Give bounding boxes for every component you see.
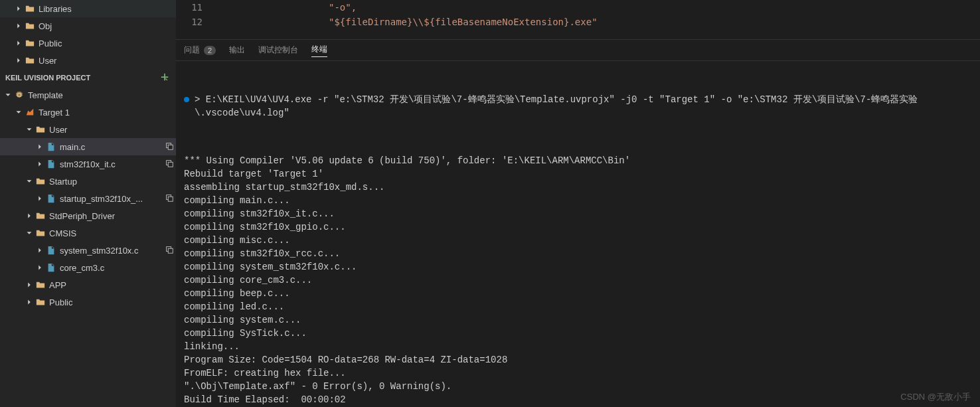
code-editor[interactable]: 11 12 "-o", "${fileDirname}\\${fileBasen…: [176, 0, 980, 40]
tree-item-label: APP: [49, 280, 66, 290]
tree-item-label: Template: [28, 90, 63, 100]
svg-rect-2: [168, 145, 173, 149]
file-icon: [45, 159, 57, 169]
tree-item-label: User: [49, 125, 67, 135]
add-icon[interactable]: [160, 72, 171, 83]
chevron-down-icon[interactable]: [24, 228, 35, 238]
tree-item-obj[interactable]: Obj: [0, 17, 176, 35]
target-icon: [24, 108, 36, 117]
chevron-down-icon[interactable]: [24, 177, 35, 186]
file-icon: [45, 194, 57, 203]
duplicate-icon[interactable]: [163, 245, 176, 256]
sidebar: LibrariesObjPublicUser KEIL UVISION PROJ…: [0, 0, 176, 407]
tree-item-label: startup_stm32f10x_...: [60, 194, 143, 204]
tree-item-label: CMSIS: [49, 228, 76, 238]
tree-item-startup-stm32f10x-[interactable]: startup_stm32f10x_...: [0, 190, 176, 207]
svg-rect-6: [168, 197, 173, 201]
chevron-right-icon[interactable]: [24, 211, 35, 220]
tree-item-app[interactable]: APP: [0, 276, 176, 293]
line-number: 11: [176, 0, 203, 15]
section-header-keil[interactable]: KEIL UVISION PROJECT: [0, 69, 176, 86]
problems-badge: 2: [204, 46, 216, 55]
panel-tabs: 问题 2 输出 调试控制台 终端: [176, 40, 980, 61]
folder-icon: [35, 177, 46, 186]
tree-item-stdperiph-driver[interactable]: StdPeriph_Driver: [0, 207, 176, 224]
folder-icon: [35, 125, 46, 134]
folder-icon: [24, 39, 36, 48]
chevron-right-icon[interactable]: [13, 4, 24, 13]
section-title: KEIL UVISION PROJECT: [5, 74, 90, 82]
tree-item-cmsis[interactable]: CMSIS: [0, 224, 176, 242]
line-gutter: 11 12: [176, 0, 216, 39]
folder-icon: [24, 4, 36, 13]
terminal[interactable]: > E:\KEIL\UV4\UV4.exe -r "e:\STM32 开发\项目…: [176, 61, 980, 407]
folder-icon: [35, 211, 46, 220]
tab-terminal[interactable]: 终端: [311, 44, 327, 57]
chevron-right-icon[interactable]: [35, 246, 45, 255]
tree-item-label: Libraries: [39, 4, 72, 14]
gear-icon: [13, 90, 25, 100]
tree-item-label: User: [39, 56, 56, 66]
code-string: "${fileDirname}\\${fileBasenameNoExtensi…: [329, 17, 598, 27]
chevron-right-icon[interactable]: [35, 142, 45, 151]
chevron-right-icon[interactable]: [24, 280, 35, 289]
tree-item-label: main.c: [60, 142, 85, 152]
svg-rect-8: [168, 248, 173, 253]
tab-output[interactable]: 输出: [229, 44, 245, 56]
tree-item-label: StdPeriph_Driver: [49, 211, 115, 221]
tree-item-label: system_stm32f10x.c: [60, 246, 139, 256]
project-tree: TemplateTarget 1Usermain.cstm32f10x_it.c…: [0, 86, 176, 311]
code-content: "-o", "${fileDirname}\\${fileBasenameNoE…: [216, 0, 598, 39]
folder-icon: [24, 56, 36, 65]
tree-item-core-cm3-c[interactable]: core_cm3.c: [0, 259, 176, 276]
tree-item-stm32f10x-it-c[interactable]: stm32f10x_it.c: [0, 155, 176, 173]
explorer-tree: LibrariesObjPublicUser: [0, 0, 176, 69]
tree-item-label: Public: [49, 297, 72, 307]
terminal-output: *** Using Compiler 'V5.06 update 6 (buil…: [184, 154, 972, 406]
folder-icon: [35, 228, 46, 238]
file-icon: [45, 263, 57, 272]
tree-item-template[interactable]: Template: [0, 86, 176, 104]
main-area: 11 12 "-o", "${fileDirname}\\${fileBasen…: [176, 0, 980, 407]
duplicate-icon[interactable]: [163, 159, 176, 170]
tree-item-target-1[interactable]: Target 1: [0, 104, 176, 121]
folder-icon: [35, 280, 46, 289]
tab-problems[interactable]: 问题 2: [184, 44, 216, 56]
tree-item-system-stm32f10x-c[interactable]: system_stm32f10x.c: [0, 242, 176, 259]
tree-item-public[interactable]: Public: [0, 35, 176, 52]
chevron-right-icon[interactable]: [35, 263, 45, 272]
file-icon: [45, 246, 57, 255]
line-number: 12: [176, 15, 203, 29]
watermark: CSDN @无敌小手: [900, 391, 971, 403]
tree-item-label: Obj: [39, 21, 52, 31]
chevron-right-icon[interactable]: [35, 194, 45, 203]
tree-item-libraries[interactable]: Libraries: [0, 0, 176, 17]
task-indicator-dot: [184, 97, 189, 102]
chevron-right-icon[interactable]: [24, 297, 35, 307]
duplicate-icon[interactable]: [163, 193, 176, 204]
chevron-right-icon[interactable]: [13, 39, 24, 48]
tree-item-label: stm32f10x_it.c: [60, 159, 116, 169]
file-icon: [45, 142, 57, 151]
tab-debug-console[interactable]: 调试控制台: [258, 44, 298, 56]
tree-item-main-c[interactable]: main.c: [0, 138, 176, 155]
chevron-down-icon[interactable]: [13, 108, 24, 117]
tree-item-label: Public: [39, 39, 62, 48]
chevron-down-icon[interactable]: [3, 90, 13, 100]
code-string: "-o",: [329, 2, 357, 13]
chevron-down-icon[interactable]: [24, 125, 35, 134]
tree-item-startup[interactable]: Startup: [0, 173, 176, 190]
tree-item-label: core_cm3.c: [60, 263, 104, 273]
tree-item-label: Startup: [49, 177, 77, 187]
tree-item-user[interactable]: User: [0, 121, 176, 138]
tree-item-public[interactable]: Public: [0, 293, 176, 311]
folder-icon: [35, 297, 46, 307]
duplicate-icon[interactable]: [163, 141, 176, 153]
terminal-command: > E:\KEIL\UV4\UV4.exe -r "e:\STM32 开发\项目…: [195, 93, 972, 120]
folder-icon: [24, 21, 36, 31]
chevron-right-icon[interactable]: [35, 159, 45, 169]
chevron-right-icon[interactable]: [13, 21, 24, 31]
chevron-right-icon[interactable]: [13, 56, 24, 65]
svg-rect-4: [168, 162, 173, 167]
tree-item-user[interactable]: User: [0, 52, 176, 69]
